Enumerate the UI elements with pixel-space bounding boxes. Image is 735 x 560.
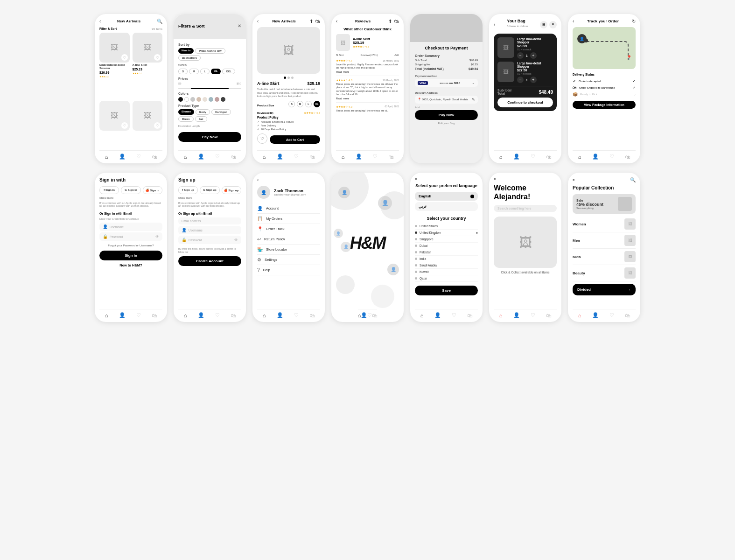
- wishlist-nav-12[interactable]: ♡: [452, 312, 456, 318]
- wishlist-nav-8[interactable]: ♡: [136, 312, 141, 318]
- chip-price[interactable]: Price-high to low: [195, 48, 225, 54]
- profile-nav-13[interactable]: 👤: [513, 312, 520, 318]
- wishlist-nav-10[interactable]: ♡: [294, 312, 299, 318]
- country-dubai[interactable]: Dubai: [415, 243, 478, 249]
- profile-nav-8[interactable]: 👤: [119, 312, 126, 318]
- profile-nav-6[interactable]: 👤: [513, 154, 520, 160]
- country-qa[interactable]: Qatar: [415, 275, 478, 282]
- wishlist-nav-6[interactable]: ♡: [531, 154, 535, 160]
- home-nav-7[interactable]: ⌂: [578, 154, 581, 160]
- type-cardigan[interactable]: Cardigan: [211, 109, 231, 115]
- home-nav-8[interactable]: ⌂: [105, 313, 108, 318]
- country-kw[interactable]: Kuwait: [415, 269, 478, 275]
- qty-plus-2[interactable]: +: [530, 77, 537, 83]
- qty-plus-1[interactable]: +: [530, 52, 537, 59]
- bag-nav-9[interactable]: 🛍: [231, 313, 236, 318]
- chip-new-in[interactable]: New in: [178, 48, 194, 54]
- home-nav-icon-2[interactable]: ⌂: [184, 154, 187, 160]
- forgot-link[interactable]: Forgot your Password or Username?: [99, 244, 162, 247]
- type-blouse[interactable]: Blouse: [178, 109, 194, 115]
- divided-banner[interactable]: Divided →: [573, 284, 636, 295]
- bag-nav-10[interactable]: 🛍: [309, 313, 315, 318]
- product-item-4[interactable]: 🖼 ♡: [133, 101, 163, 150]
- country-pk[interactable]: Pakistan: [415, 249, 478, 256]
- country-india[interactable]: India: [415, 256, 478, 262]
- wishlist-detail-btn[interactable]: ♡: [257, 133, 267, 144]
- color-beige[interactable]: [196, 97, 201, 102]
- menu-settings[interactable]: ⚙ Settings: [257, 255, 320, 265]
- qty-minus-2[interactable]: −: [517, 77, 524, 83]
- back-icon-7[interactable]: ‹: [573, 19, 574, 24]
- read-more-2[interactable]: Read more: [336, 97, 399, 100]
- collection-women[interactable]: Women 🖼: [573, 216, 636, 232]
- edit-address-icon[interactable]: ✎: [472, 98, 475, 102]
- size-xl-btn[interactable]: XL: [314, 101, 320, 107]
- show-more-signup[interactable]: Show more: [178, 196, 241, 199]
- close-filter-icon[interactable]: ✕: [238, 23, 241, 28]
- bag-icon-1[interactable]: ⊞: [540, 21, 547, 28]
- bag-nav-7[interactable]: 🛍: [625, 154, 630, 160]
- size-l-btn[interactable]: L: [305, 101, 312, 107]
- refresh-icon[interactable]: ↻: [632, 19, 636, 24]
- menu-my-orders[interactable]: 📋 My Orders: [257, 214, 320, 224]
- collection-men[interactable]: Men 🖼: [573, 232, 636, 249]
- bag-icon-2[interactable]: 🛍: [394, 19, 399, 24]
- google-signup-btn[interactable]: G Sign up: [200, 186, 219, 194]
- search-icon[interactable]: 🔍: [157, 19, 162, 24]
- home-nav-13[interactable]: ⌂: [499, 313, 503, 318]
- product-item-1[interactable]: 🖼 ♡ Embroidered-detail Sweater $26.99 ★★…: [99, 33, 130, 98]
- product-item-2[interactable]: 🖼 ♡ A-line Skirt $25.19 ★★★☆☆: [133, 33, 163, 98]
- continue-checkout-btn[interactable]: Continue to checkout: [497, 98, 553, 107]
- profile-nav-icon-2[interactable]: 👤: [198, 154, 204, 160]
- lang-arabic[interactable]: عربي: [415, 202, 478, 211]
- read-more-1[interactable]: Read more: [336, 70, 399, 73]
- profile-nav-icon[interactable]: 👤: [119, 154, 126, 160]
- bag-nav-4[interactable]: 🛍: [388, 154, 393, 160]
- back-icon-4[interactable]: ‹: [336, 19, 337, 24]
- type-jac[interactable]: Jac: [195, 116, 207, 122]
- signup-password-field[interactable]: 🔒 Password 👁: [178, 236, 241, 244]
- home-nav-icon[interactable]: ⌂: [105, 154, 108, 160]
- card-dropdown-icon[interactable]: ⌄: [472, 81, 475, 85]
- wishlist-nav-3[interactable]: ♡: [294, 154, 299, 160]
- welcome-search-bar[interactable]: Search something here: [494, 205, 557, 212]
- share-icon[interactable]: ⬆: [309, 19, 313, 24]
- menu-account[interactable]: 👤 Account: [257, 203, 320, 214]
- home-nav-9[interactable]: ⌂: [184, 313, 187, 318]
- size-l[interactable]: L: [200, 69, 210, 74]
- username-field[interactable]: 👤 Username: [99, 223, 162, 231]
- facebook-signup-btn[interactable]: f Sign up: [178, 186, 198, 194]
- sale-banner[interactable]: Sale 45% discount See everything: [573, 194, 636, 214]
- menu-order-track[interactable]: 📍 Order Track: [257, 224, 320, 234]
- profile-nav-11[interactable]: 👤: [361, 312, 367, 318]
- wishlist-btn-4[interactable]: ♡: [154, 122, 161, 129]
- color-black[interactable]: [178, 97, 183, 102]
- color-dark[interactable]: [221, 97, 225, 102]
- signup-eye-icon[interactable]: 👁: [234, 238, 238, 242]
- bag-nav-icon-2[interactable]: 🛍: [231, 154, 236, 160]
- bag-nav-6[interactable]: 🛍: [546, 154, 551, 160]
- home-nav-12[interactable]: ⌂: [420, 313, 424, 318]
- qty-minus-1[interactable]: −: [517, 52, 524, 59]
- filter-sort-label[interactable]: Filter & Sort: [99, 27, 117, 30]
- bag-nav-3[interactable]: 🛍: [309, 154, 315, 160]
- menu-help[interactable]: ? Help: [257, 265, 320, 275]
- sign-in-btn[interactable]: Sign in: [99, 251, 162, 260]
- save-lang-btn[interactable]: Save: [415, 286, 478, 295]
- type-body[interactable]: Body: [196, 109, 210, 115]
- back-icon-3[interactable]: ‹: [257, 19, 259, 24]
- size-xl[interactable]: XL: [211, 69, 221, 74]
- color-gray[interactable]: [190, 97, 195, 102]
- type-dress[interactable]: Dress: [178, 116, 194, 122]
- wishlist-nav-14[interactable]: ♡: [609, 312, 614, 318]
- back-icon-10[interactable]: ‹: [257, 177, 259, 182]
- wishlist-nav-icon[interactable]: ♡: [136, 154, 141, 160]
- show-more-link[interactable]: Show more: [99, 196, 162, 199]
- wishlist-nav-9[interactable]: ♡: [215, 312, 220, 318]
- dot-1[interactable]: [284, 77, 286, 79]
- size-s-btn[interactable]: S: [288, 101, 295, 107]
- price-range[interactable]: [178, 88, 241, 89]
- apple-signup-btn[interactable]: 🍎 Sign up: [222, 186, 241, 194]
- size-s[interactable]: S: [178, 69, 188, 74]
- bag-nav-8[interactable]: 🛍: [152, 313, 157, 318]
